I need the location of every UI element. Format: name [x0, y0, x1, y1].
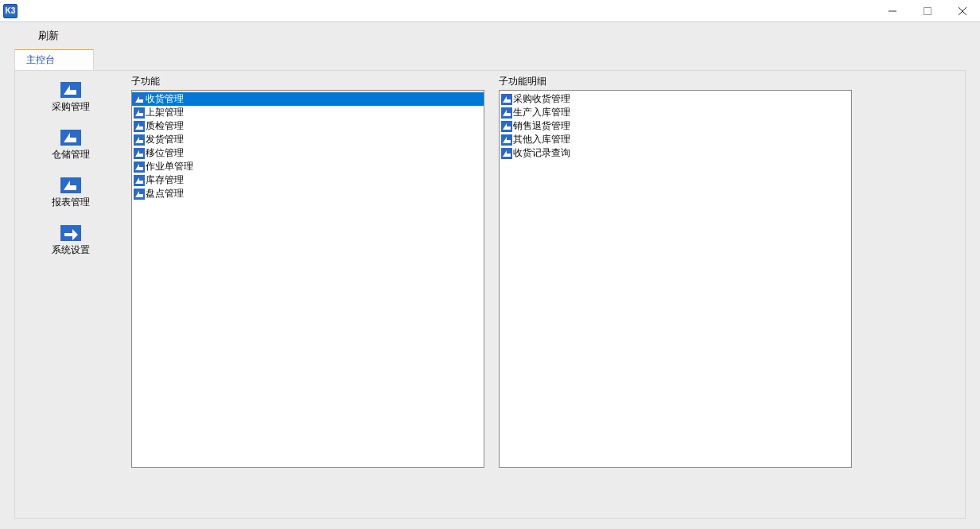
- sub-function-detail-label: 收货记录查询: [513, 146, 570, 160]
- sub-function-detail-title: 子功能明细: [499, 75, 852, 88]
- sub-function-item[interactable]: 质检管理: [132, 119, 484, 133]
- module-icon: [134, 121, 145, 132]
- sub-function-label: 作业单管理: [146, 160, 193, 173]
- sub-function-item[interactable]: 作业单管理: [132, 160, 484, 173]
- sub-function-detail-list[interactable]: 采购收货管理生产入库管理销售退货管理其他入库管理收货记录查询: [499, 90, 852, 468]
- sub-function-label: 盘点管理: [146, 187, 184, 200]
- sub-function-title: 子功能: [131, 75, 484, 88]
- maximize-button[interactable]: [910, 0, 945, 22]
- sub-function-item[interactable]: 盘点管理: [132, 187, 484, 200]
- window-controls: [875, 0, 980, 22]
- close-button[interactable]: [945, 0, 980, 22]
- module-icon: [501, 94, 512, 105]
- sub-function-item[interactable]: 收货管理: [132, 92, 484, 106]
- sidebar-item-reports[interactable]: 报表管理: [15, 177, 126, 209]
- warehouse-icon: [60, 130, 81, 146]
- sub-function-label: 库存管理: [146, 173, 184, 187]
- titlebar: K3: [0, 0, 980, 22]
- sub-function-label: 移位管理: [146, 146, 184, 160]
- sub-function-detail-label: 销售退货管理: [513, 119, 570, 133]
- sub-function-detail-label: 生产入库管理: [513, 106, 570, 119]
- tab-content: 采购管理 仓储管理 报表管理 系统设置: [14, 70, 966, 519]
- module-icon: [134, 107, 145, 119]
- sub-function-detail-label: 其他入库管理: [513, 133, 570, 146]
- sidebar-item-label: 报表管理: [52, 196, 90, 209]
- module-icon: [134, 94, 145, 105]
- sidebar-item-warehouse[interactable]: 仓储管理: [15, 130, 126, 161]
- sidebar-item-label: 系统设置: [52, 243, 90, 257]
- svg-rect-1: [924, 7, 931, 14]
- sub-function-item[interactable]: 发货管理: [132, 133, 484, 146]
- purchase-icon: [60, 82, 81, 98]
- sub-function-detail-item[interactable]: 其他入库管理: [500, 133, 851, 146]
- tab-main-console[interactable]: 主控台: [14, 49, 94, 70]
- settings-icon: [60, 225, 81, 241]
- sub-function-detail-item[interactable]: 生产入库管理: [500, 106, 851, 119]
- sidebar-item-purchase[interactable]: 采购管理: [15, 82, 126, 114]
- sub-function-label: 质检管理: [146, 119, 184, 133]
- sub-function-item[interactable]: 上架管理: [132, 106, 484, 119]
- sidebar-item-label: 采购管理: [52, 100, 90, 114]
- sub-function-detail-label: 采购收货管理: [513, 92, 570, 106]
- module-icon: [501, 134, 512, 146]
- sidebar-item-label: 仓储管理: [52, 148, 90, 161]
- sub-function-detail-item[interactable]: 收货记录查询: [500, 146, 851, 160]
- toolbar: 刷新: [0, 22, 980, 49]
- module-icon: [134, 161, 145, 173]
- sidebar: 采购管理 仓储管理 报表管理 系统设置: [15, 71, 126, 518]
- sidebar-item-settings[interactable]: 系统设置: [15, 225, 126, 257]
- module-icon: [134, 175, 145, 186]
- sub-function-label: 发货管理: [146, 133, 184, 146]
- sub-function-label: 收货管理: [146, 92, 184, 106]
- module-icon: [501, 107, 512, 119]
- refresh-button[interactable]: 刷新: [32, 25, 65, 46]
- module-icon: [501, 121, 512, 132]
- sub-function-detail-item[interactable]: 采购收货管理: [500, 92, 851, 106]
- sub-function-label: 上架管理: [146, 106, 184, 119]
- sub-function-detail-item[interactable]: 销售退货管理: [500, 119, 851, 133]
- app-icon: K3: [3, 4, 18, 18]
- sub-function-list[interactable]: 收货管理上架管理质检管理发货管理移位管理作业单管理库存管理盘点管理: [131, 90, 484, 468]
- module-icon: [134, 148, 145, 159]
- module-icon: [134, 189, 145, 200]
- module-icon: [134, 134, 145, 146]
- reports-icon: [60, 177, 81, 193]
- sub-function-item[interactable]: 库存管理: [132, 173, 484, 187]
- minimize-button[interactable]: [875, 0, 910, 22]
- module-icon: [501, 148, 512, 159]
- tab-header: 主控台: [14, 49, 966, 70]
- sub-function-item[interactable]: 移位管理: [132, 146, 484, 160]
